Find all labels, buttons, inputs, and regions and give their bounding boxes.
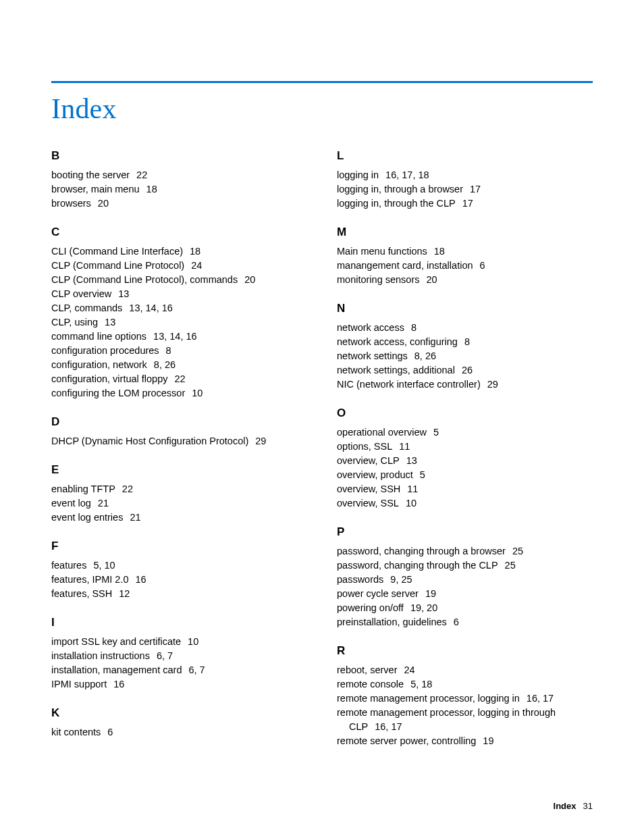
index-entries: logging in16, 17, 18logging in, through … xyxy=(337,168,593,211)
index-entry: IPMI support16 xyxy=(51,677,307,692)
index-entry: features, IPMI 2.016 xyxy=(51,573,307,587)
index-entry-pages: 10 xyxy=(406,498,417,509)
index-entry-pages: 8 xyxy=(166,345,171,356)
index-entry-pages: 11 xyxy=(399,441,410,452)
index-entry-label: powering on/off xyxy=(337,602,404,613)
index-entry-pages: 6 xyxy=(454,617,459,627)
index-entry: operational overview5 xyxy=(337,425,593,440)
index-section: Ppassword, changing through a browser25p… xyxy=(337,525,593,629)
index-entry-pages: 29 xyxy=(255,436,266,446)
index-letter: I xyxy=(51,616,307,629)
index-entry: features, SSH12 xyxy=(51,587,307,601)
index-entry-pages: 5 xyxy=(433,427,439,438)
index-entry: password, changing through the CLP25 xyxy=(337,558,593,573)
index-entries: CLI (Command Line Interface)18CLP (Comma… xyxy=(51,244,307,400)
index-section: CCLI (Command Line Interface)18CLP (Comm… xyxy=(51,226,307,400)
index-entry: booting the server22 xyxy=(51,168,307,182)
index-entry-label: event log entries xyxy=(51,512,123,523)
index-entry-pages: 21 xyxy=(130,512,140,523)
index-entry-pages: 20 xyxy=(427,274,437,285)
index-entry: password, changing through a browser25 xyxy=(337,544,593,558)
index-entry-label: features xyxy=(51,560,86,571)
index-entry: configuring the LOM processor10 xyxy=(51,386,307,400)
index-entry-pages: 10 xyxy=(188,636,198,647)
index-entry-pages: 6, 7 xyxy=(157,650,173,661)
index-section: Bbooting the server22browser, main menu1… xyxy=(51,149,307,211)
index-entry-pages: 8, 26 xyxy=(414,350,436,361)
index-entries: kit contents6 xyxy=(51,725,307,739)
index-entry: CLP, using13 xyxy=(51,315,307,330)
index-entry-pages: 19 xyxy=(425,588,436,599)
index-entry: logging in, through a browser17 xyxy=(337,182,593,197)
index-entry-pages: 19 xyxy=(483,735,493,746)
index-entry-pages: 16 xyxy=(113,679,124,689)
index-entry-label: manangement card, installation xyxy=(337,260,473,271)
index-entry-pages: 16, 17 xyxy=(375,721,402,732)
index-entry-pages: 21 xyxy=(98,498,109,509)
index-entry: overview, SSH11 xyxy=(337,482,593,496)
index-entry-label: network settings xyxy=(337,350,408,361)
index-entry-label: enabling TFTP xyxy=(51,484,115,494)
index-entry-label: CLP, using xyxy=(51,317,98,328)
index-entry-label: remote server power, controlling xyxy=(337,735,476,746)
index-letter: D xyxy=(51,415,307,429)
index-letter: K xyxy=(51,706,307,720)
index-entry-label: network settings, additional xyxy=(337,365,455,375)
index-entry-pages: 13 xyxy=(105,317,115,328)
index-entry-label: logging in xyxy=(337,170,379,180)
index-entry-pages: 17 xyxy=(470,184,481,194)
index-entry-label: network access xyxy=(337,322,404,333)
index-entry: reboot, server24 xyxy=(337,663,593,677)
index-entry-pages: 8 xyxy=(411,322,417,333)
index-entry-label: kit contents xyxy=(51,727,101,737)
index-entries: network access8network access, configuri… xyxy=(337,321,593,392)
index-entry-pages: 18 xyxy=(190,246,200,257)
index-entry: installation instructions6, 7 xyxy=(51,649,307,663)
index-entry-label: CLI (Command Line Interface) xyxy=(51,246,183,257)
index-entry-label: browser, main menu xyxy=(51,184,140,194)
index-entries: features5, 10features, IPMI 2.016feature… xyxy=(51,558,307,601)
index-entry: import SSL key and certificate10 xyxy=(51,635,307,649)
index-entry-label: installation instructions xyxy=(51,650,150,661)
index-entry: network settings8, 26 xyxy=(337,349,593,363)
index-entry: network access8 xyxy=(337,321,593,335)
index-entry-label: operational overview xyxy=(337,427,427,438)
index-section: Kkit contents6 xyxy=(51,706,307,739)
index-entry-pages: 13 xyxy=(406,455,417,466)
index-entry-pages: 8 xyxy=(464,336,470,347)
index-entry: preinstallation, guidelines6 xyxy=(337,615,593,629)
index-entry-label: monitoring sensors xyxy=(337,274,420,285)
index-entry-pages: 12 xyxy=(119,588,130,599)
index-entry-label: DHCP (Dynamic Host Configuration Protoco… xyxy=(51,436,248,446)
top-rule xyxy=(51,81,593,83)
index-entry-label: features, SSH xyxy=(51,588,112,599)
index-section: Ffeatures5, 10features, IPMI 2.016featur… xyxy=(51,540,307,601)
index-column-left: Bbooting the server22browser, main menu1… xyxy=(51,149,307,763)
index-entry-label: installation, management card xyxy=(51,664,182,675)
index-columns: Bbooting the server22browser, main menu1… xyxy=(51,149,593,763)
page: Index Bbooting the server22browser, main… xyxy=(0,0,644,834)
index-entry-pages: 22 xyxy=(136,170,147,180)
index-entry: kit contents6 xyxy=(51,725,307,739)
index-entry-pages: 8, 26 xyxy=(154,359,176,370)
index-entry-pages: 16 xyxy=(135,574,146,585)
index-entry: CLP (Command Line Protocol), commands20 xyxy=(51,273,307,287)
index-entry-label: browsers xyxy=(51,198,91,209)
index-entry-label: preinstallation, guidelines xyxy=(337,617,447,627)
index-entry: CLI (Command Line Interface)18 xyxy=(51,244,307,259)
index-entry-pages: 24 xyxy=(404,664,414,675)
index-entry-pages: 5, 10 xyxy=(93,560,115,571)
index-entry-pages: 6 xyxy=(480,260,485,271)
index-entries: password, changing through a browser25pa… xyxy=(337,544,593,629)
index-entry-pages: 18 xyxy=(146,184,157,194)
index-section: Llogging in16, 17, 18logging in, through… xyxy=(337,149,593,211)
index-entry-label: network access, configuring xyxy=(337,336,458,347)
index-section: Nnetwork access8network access, configur… xyxy=(337,302,593,392)
index-entry: CLP (Command Line Protocol)24 xyxy=(51,259,307,273)
index-letter: M xyxy=(337,226,593,239)
index-entries: enabling TFTP22event log21event log entr… xyxy=(51,482,307,525)
index-entry: browser, main menu18 xyxy=(51,182,307,197)
index-entry: manangement card, installation6 xyxy=(337,259,593,273)
index-entry-label: configuration, network xyxy=(51,359,147,370)
index-entry-pages: 6 xyxy=(107,727,113,737)
